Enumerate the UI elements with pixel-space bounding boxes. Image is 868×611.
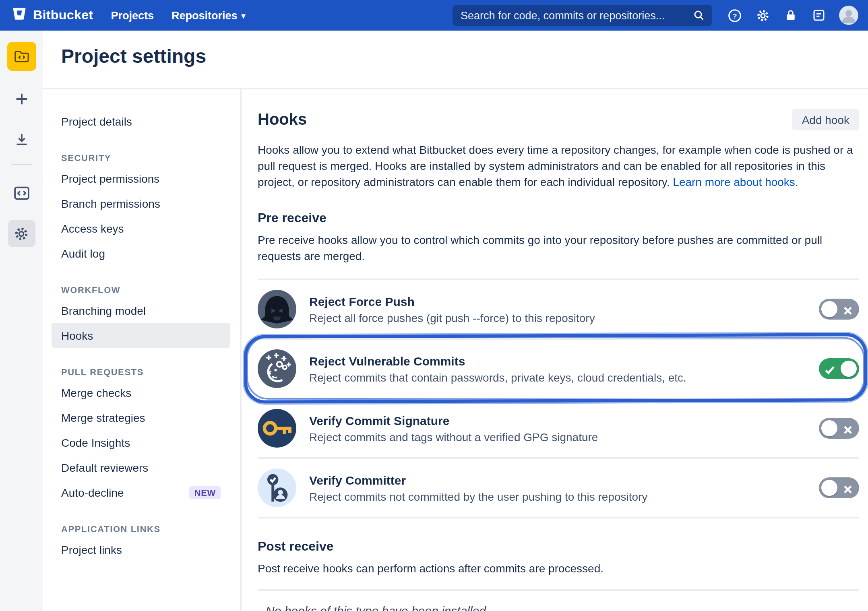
page-title: Project settings <box>61 45 206 68</box>
post-receive-empty-note: No hooks of this type have been installe… <box>266 604 859 611</box>
sidebar-item-access-keys[interactable]: Access keys <box>52 216 230 241</box>
pre-receive-description: Pre receive hooks allow you to control w… <box>258 232 859 264</box>
hook-description: Reject commits and tags without a verifi… <box>309 430 806 443</box>
bitbucket-brand[interactable]: Bitbucket <box>11 6 93 25</box>
settings-gear-icon[interactable] <box>8 220 35 247</box>
key-icon <box>258 409 296 448</box>
learn-more-link[interactable]: Learn more about hooks <box>673 175 795 188</box>
hook-name: Reject Force Push <box>309 294 806 308</box>
lock-icon[interactable] <box>783 7 799 23</box>
new-badge: NEW <box>190 486 221 499</box>
search-icon <box>692 9 705 25</box>
create-plus-icon[interactable] <box>8 87 35 111</box>
chevron-down-icon: ▾ <box>242 11 246 20</box>
help-icon[interactable]: ? <box>726 7 742 23</box>
nav-item-projects[interactable]: Projects <box>111 9 154 21</box>
hook-name: Reject Vulnerable Commits <box>309 354 806 367</box>
nav-item-repositories[interactable]: Repositories ▾ <box>172 9 246 21</box>
post-receive-heading: Post receive <box>258 539 859 554</box>
brand-name: Bitbucket <box>33 8 93 23</box>
hook-name: Verify Commit Signature <box>309 413 806 427</box>
toggle-x-icon <box>843 483 853 497</box>
sidebar-item-project-links[interactable]: Project links <box>52 537 230 562</box>
committer-icon <box>258 469 296 507</box>
bitbucket-logo-icon <box>11 6 27 25</box>
post-receive-divider <box>258 589 859 591</box>
sidebar-item-merge-checks[interactable]: Merge checks <box>52 380 230 405</box>
hook-name: Verify Committer <box>309 473 806 487</box>
sidebar-item-code-insights[interactable]: Code Insights <box>52 430 230 455</box>
hook-toggle-reject-force-push[interactable] <box>819 299 859 320</box>
pre-receive-hook-list: Reject Force Push Reject all force pushe… <box>258 279 859 518</box>
content-body: Project details SECURITY Project permiss… <box>43 88 868 611</box>
hooks-heading: Hooks <box>258 110 307 129</box>
sidebar-item-project-permissions[interactable]: Project permissions <box>52 166 230 191</box>
hook-toggle-reject-vulnerable-commits[interactable] <box>819 358 859 379</box>
search-input[interactable] <box>453 5 712 26</box>
app-rail <box>0 31 43 611</box>
sidebar-section-security: SECURITY <box>52 153 230 163</box>
sidebar-item-project-details[interactable]: Project details <box>52 109 230 134</box>
pre-receive-heading: Pre receive <box>258 211 859 225</box>
add-hook-button[interactable]: Add hook <box>792 109 859 130</box>
code-icon[interactable] <box>8 181 35 205</box>
download-icon[interactable] <box>8 127 35 151</box>
sidebar-item-hooks[interactable]: Hooks <box>52 323 230 348</box>
hook-toggle-verify-commit-signature[interactable] <box>819 418 859 439</box>
toggle-x-icon <box>843 423 853 438</box>
hook-description: Reject all force pushes (git push --forc… <box>309 311 806 324</box>
sidebar-item-audit-log[interactable]: Audit log <box>52 241 230 266</box>
user-avatar[interactable] <box>839 6 858 25</box>
post-receive-description: Post receive hooks can perform actions a… <box>258 560 859 576</box>
hook-description: Reject commits that contain passwords, p… <box>309 371 806 384</box>
sidebar-item-branching-model[interactable]: Branching model <box>52 298 230 323</box>
sidebar-section-workflow: WORKFLOW <box>52 285 230 295</box>
hook-row-verify-commit-signature: Verify Commit Signature Reject commits a… <box>258 399 859 459</box>
global-search <box>453 5 712 26</box>
sidebar-section-pull-requests: PULL REQUESTS <box>52 367 230 377</box>
hook-row-reject-force-push: Reject Force Push Reject all force pushe… <box>258 280 859 340</box>
feedback-icon[interactable] <box>811 7 827 23</box>
navbar-icons: ? <box>726 6 858 25</box>
face-stars-icon <box>258 349 296 388</box>
toggle-check-icon <box>825 363 835 378</box>
project-avatar[interactable] <box>7 42 36 71</box>
hook-description: Reject commits not committed by the user… <box>309 490 806 503</box>
hooks-panel: Hooks Add hook Hooks allow you to extend… <box>242 89 868 611</box>
bitbucket-project-settings-page: Bitbucket Projects Repositories ▾ ? <box>0 0 868 611</box>
sidebar-section-application-links: APPLICATION LINKS <box>52 524 230 534</box>
gear-icon[interactable] <box>754 7 771 23</box>
toggle-x-icon <box>843 304 853 319</box>
hooks-intro: Hooks allow you to extend what Bitbucket… <box>258 142 859 190</box>
hook-row-verify-committer: Verify Committer Reject commits not comm… <box>258 459 859 518</box>
sidebar-item-merge-strategies[interactable]: Merge strategies <box>52 405 230 430</box>
sidebar-item-auto-decline[interactable]: Auto-decline NEW <box>52 480 230 505</box>
top-navbar: Bitbucket Projects Repositories ▾ ? <box>0 0 868 31</box>
sidebar-item-branch-permissions[interactable]: Branch permissions <box>52 191 230 216</box>
svg-text:?: ? <box>732 12 737 20</box>
hook-row-reject-vulnerable-commits: Reject Vulnerable Commits Reject commits… <box>258 340 859 399</box>
rail-divider <box>11 164 32 165</box>
settings-sidebar: Project details SECURITY Project permiss… <box>43 89 242 611</box>
vader-icon <box>258 290 296 328</box>
sidebar-item-default-reviewers[interactable]: Default reviewers <box>52 455 230 480</box>
hook-toggle-verify-committer[interactable] <box>819 477 859 498</box>
